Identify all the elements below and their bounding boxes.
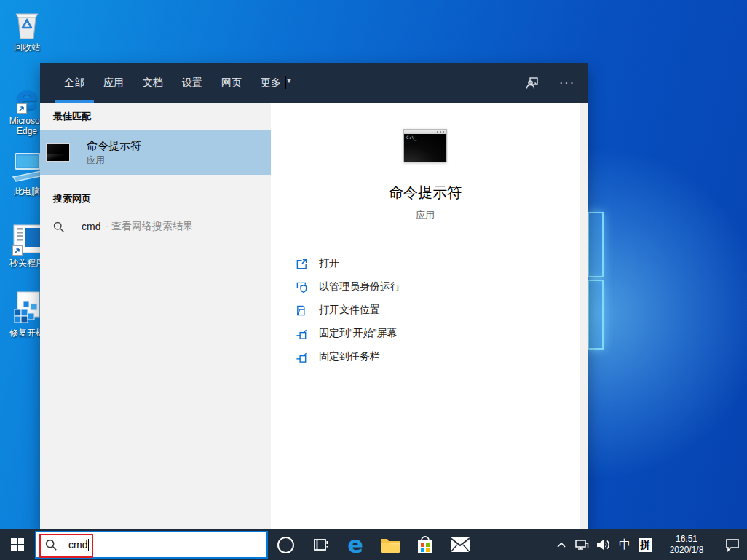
results-list-pane: 最佳匹配 命令提示符 应用 搜索网页 cmd - 查看网络搜索结果 (40, 103, 271, 529)
action-run-as-admin[interactable]: 以管理员身份运行 (271, 275, 580, 299)
shortcut-arrow-icon (12, 245, 23, 256)
file-explorer-icon (380, 536, 400, 553)
taskbar: cmd e (0, 529, 747, 560)
result-title: 命令提示符 (87, 138, 141, 152)
start-button[interactable] (0, 529, 35, 560)
task-view-button[interactable] (303, 529, 338, 560)
taskbar-clock[interactable]: 16:51 2020/1/8 (660, 534, 714, 556)
search-icon (52, 221, 65, 233)
account-icon[interactable] (524, 75, 540, 91)
taskbar-search-input[interactable]: cmd (35, 531, 268, 559)
ime-mode-indicator[interactable]: 拼 (635, 529, 655, 560)
app-window-icon (11, 219, 43, 256)
action-center-button[interactable] (718, 529, 747, 560)
admin-shield-icon (296, 281, 308, 293)
result-command-prompt[interactable]: 命令提示符 应用 (40, 130, 271, 175)
section-web-search: 搜索网页 (40, 185, 271, 212)
panel-gutter (580, 103, 588, 529)
system-tray: 中 拼 16:51 2020/1/8 (552, 529, 747, 560)
search-filter-tabs: 全部 应用 文档 设置 网页 更多 ▼ (55, 63, 296, 103)
desktop-icon-label: 回收站 (14, 42, 40, 52)
more-options-icon[interactable]: ··· (559, 76, 575, 90)
search-filter-header: 全部 应用 文档 设置 网页 更多 ▼ ··· (40, 63, 588, 103)
tab-more[interactable]: 更多 ▼ (251, 63, 296, 103)
volume-tray-button[interactable] (593, 529, 614, 560)
action-pin-to-start[interactable]: 固定到“开始”屏幕 (271, 322, 580, 345)
tab-all[interactable]: 全部 (55, 63, 94, 103)
web-query-text: cmd (82, 221, 100, 232)
result-subtitle: 应用 (87, 154, 141, 167)
edge-icon: e (347, 533, 363, 556)
web-query-hint: - 查看网络搜索结果 (105, 220, 193, 233)
shortcut-arrow-icon (17, 103, 27, 114)
cortana-button[interactable] (268, 529, 303, 560)
annotation-highlight-box (39, 534, 93, 558)
network-tray-button[interactable] (571, 529, 593, 560)
wallpaper-windows-logo-pane (588, 280, 604, 350)
folder-location-icon (296, 304, 308, 317)
edge-icon: e (15, 77, 38, 114)
tab-apps[interactable]: 应用 (94, 63, 133, 103)
chevron-up-icon (556, 541, 566, 548)
tab-documents[interactable]: 文档 (133, 63, 173, 103)
cmd-prompt-text: C:\_ (406, 135, 416, 140)
desktop-icon-label: 此电脑 (14, 186, 40, 197)
task-view-icon (311, 535, 330, 554)
result-detail-pane: C:\_ 命令提示符 应用 打开 以管理员身 (271, 103, 580, 529)
cortana-icon (277, 537, 294, 553)
detail-title: 命令提示符 (389, 183, 462, 202)
command-prompt-icon (46, 143, 70, 162)
desktop-icon-label: 秒关程序 (9, 258, 44, 268)
tab-settings[interactable]: 设置 (173, 63, 212, 103)
action-open-file-location[interactable]: 打开文件位置 (271, 299, 580, 322)
ime-language-indicator[interactable]: 中 (614, 529, 635, 560)
clock-time: 16:51 (660, 534, 714, 545)
tab-web[interactable]: 网页 (212, 63, 251, 103)
desktop-icon-label: 修复开机 (9, 328, 44, 338)
action-center-icon (724, 537, 740, 553)
wallpaper-windows-logo-pane (588, 212, 604, 277)
speaker-icon (596, 537, 612, 552)
mail-icon (450, 537, 470, 553)
windows-logo-icon (11, 538, 24, 551)
edge-taskbar-button[interactable]: e (338, 529, 373, 560)
context-actions: 打开 以管理员身份运行 打开文件位置 (271, 252, 580, 368)
mail-button[interactable] (443, 529, 478, 560)
file-explorer-button[interactable] (373, 529, 408, 560)
pin-icon (296, 328, 308, 340)
search-results-panel: 全部 应用 文档 设置 网页 更多 ▼ ··· 最佳 (40, 63, 588, 529)
store-icon (416, 535, 435, 555)
chevron-down-icon: ▼ (285, 76, 286, 89)
pin-icon (296, 351, 308, 363)
command-prompt-icon-large: C:\_ (403, 129, 447, 162)
detail-subtitle: 应用 (416, 209, 435, 222)
microsoft-store-button[interactable] (408, 529, 443, 560)
action-open[interactable]: 打开 (271, 252, 580, 275)
open-icon (296, 258, 308, 270)
web-search-result[interactable]: cmd - 查看网络搜索结果 (40, 212, 271, 241)
network-icon (574, 537, 590, 552)
divider (274, 242, 576, 242)
pinyin-mode-icon: 拼 (639, 538, 652, 552)
tray-overflow-button[interactable] (552, 529, 571, 560)
action-pin-to-taskbar[interactable]: 固定到任务栏 (271, 345, 580, 368)
section-best-match: 最佳匹配 (40, 103, 271, 130)
recycle-bin-icon (10, 4, 44, 40)
clock-date: 2020/1/8 (660, 545, 714, 556)
desktop-icon-recycle-bin[interactable]: 回收站 (1, 4, 53, 52)
